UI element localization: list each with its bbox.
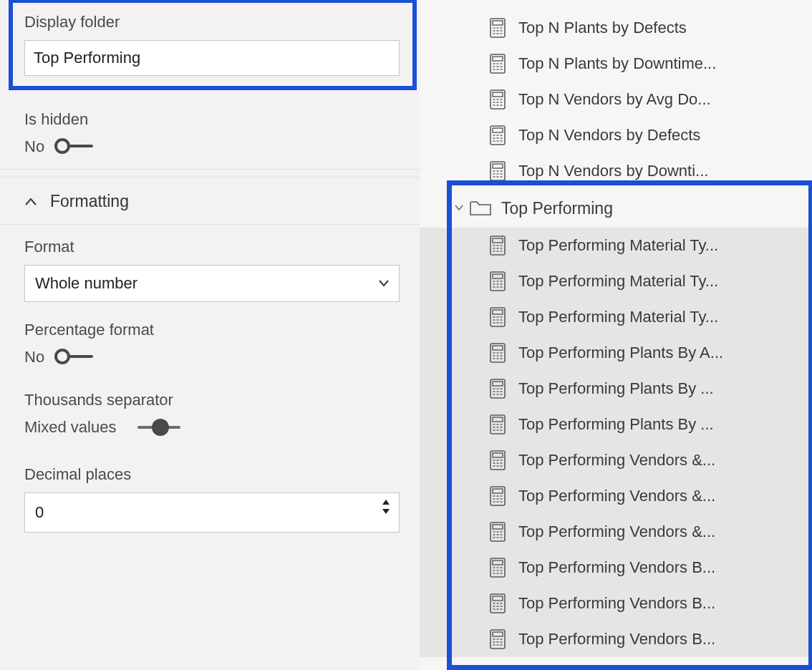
field-item[interactable]: Top Performing Plants By ... [420, 371, 812, 407]
formatting-title: Formatting [50, 192, 129, 211]
field-label: Top N Vendors by Downti... [518, 162, 708, 180]
field-item[interactable]: Top N Plants by Downtime... [420, 46, 812, 82]
field-item[interactable]: Top N Vendors by Defects [420, 117, 812, 153]
field-label: Top Performing Vendors &... [518, 451, 715, 470]
field-label: Top Performing Material Ty... [518, 272, 718, 291]
decimal-places-value: 0 [35, 503, 44, 522]
thousands-separator-group: Thousands separator Mixed values [0, 379, 420, 450]
field-item[interactable]: Top Performing Vendors B... [420, 621, 812, 657]
folder-contents-selected: Top Performing Material Ty... Top Perfor… [420, 228, 812, 657]
field-item[interactable]: Top N Vendors by Downti... [420, 153, 812, 189]
measure-icon [490, 629, 506, 649]
chevron-down-icon [378, 278, 390, 289]
format-select-value: Whole number [35, 274, 137, 293]
measure-icon [490, 54, 506, 74]
chevron-up-icon [24, 195, 37, 208]
field-label: Top N Vendors by Avg Do... [518, 90, 711, 109]
folder-icon [470, 200, 491, 217]
folder-top-performing[interactable]: Top Performing [420, 189, 812, 228]
field-item[interactable]: Top Performing Material Ty... [420, 299, 812, 335]
measure-icon [490, 18, 506, 38]
field-label: Top Performing Vendors B... [518, 594, 715, 613]
display-folder-label: Display folder [24, 13, 400, 31]
display-folder-group: Display folder [0, 0, 420, 89]
measure-icon [490, 271, 506, 291]
measure-icon [490, 486, 506, 506]
is-hidden-label: Is hidden [24, 110, 400, 129]
measure-icon [490, 161, 506, 181]
field-label: Top Performing Plants By ... [518, 415, 714, 434]
decimal-places-label: Decimal places [24, 465, 400, 484]
measure-icon [490, 236, 506, 256]
measure-icon [490, 522, 506, 542]
measure-icon [490, 450, 506, 470]
field-item[interactable]: Top Performing Vendors B... [420, 586, 812, 621]
percentage-format-value-text: No [24, 348, 44, 366]
is-hidden-group: Is hidden No [0, 89, 420, 170]
decimal-places-group: Decimal places 0 [0, 450, 420, 545]
field-item[interactable]: Top N Plants by Defects [420, 10, 812, 46]
field-label: Top Performing Plants By ... [518, 379, 714, 398]
measure-icon [490, 125, 506, 145]
measure-icon [490, 379, 506, 399]
field-label: Top Performing Material Ty... [518, 236, 718, 255]
formatting-section-header[interactable]: Formatting [0, 177, 420, 225]
field-label: Top Performing Vendors B... [518, 630, 715, 649]
fields-pane: Top N Plants by Defects Top N Plants by … [420, 0, 812, 670]
spinner-down-icon[interactable] [382, 509, 390, 514]
field-label: Top N Plants by Defects [518, 19, 687, 37]
is-hidden-value-text: No [24, 137, 44, 156]
field-item[interactable]: Top Performing Material Ty... [420, 263, 812, 299]
thousands-separator-toggle[interactable] [137, 419, 180, 436]
field-label: Top N Plants by Downtime... [518, 54, 716, 73]
field-label: Top Performing Material Ty... [518, 308, 718, 326]
thousands-separator-value-text: Mixed values [24, 418, 116, 437]
field-label: Top Performing Vendors &... [518, 487, 715, 505]
spinner-up-icon[interactable] [382, 500, 390, 505]
measure-icon [490, 343, 506, 363]
is-hidden-toggle[interactable] [54, 138, 97, 155]
measure-icon [490, 558, 506, 578]
percentage-format-label: Percentage format [24, 321, 400, 339]
thousands-separator-label: Thousands separator [24, 391, 400, 409]
field-item[interactable]: Top Performing Vendors &... [420, 442, 812, 478]
measure-icon [490, 307, 506, 327]
field-label: Top Performing Vendors &... [518, 523, 715, 541]
chevron-down-icon [454, 203, 464, 213]
percentage-format-toggle[interactable] [54, 349, 97, 366]
field-label: Top Performing Plants By A... [518, 344, 723, 362]
field-item[interactable]: Top Performing Vendors &... [420, 514, 812, 550]
folder-label: Top Performing [501, 199, 613, 218]
field-label: Top N Vendors by Defects [518, 126, 700, 145]
format-label: Format [24, 238, 400, 256]
measure-icon [490, 414, 506, 434]
field-label: Top Performing Vendors B... [518, 558, 715, 577]
measure-icon [490, 89, 506, 110]
format-select[interactable]: Whole number [24, 265, 400, 302]
format-group: Format Whole number [0, 225, 420, 315]
measure-icon [490, 593, 506, 613]
field-item[interactable]: Top Performing Plants By ... [420, 407, 812, 442]
field-item[interactable]: Top Performing Vendors &... [420, 478, 812, 514]
field-item[interactable]: Top Performing Plants By A... [420, 335, 812, 371]
field-item[interactable]: Top N Vendors by Avg Do... [420, 82, 812, 117]
properties-pane: Display folder Is hidden No Formatting F… [0, 0, 420, 670]
percentage-format-group: Percentage format No [0, 315, 420, 379]
field-item[interactable]: Top Performing Vendors B... [420, 550, 812, 586]
decimal-places-input[interactable]: 0 [24, 492, 400, 533]
field-item[interactable]: Top Performing Material Ty... [420, 228, 812, 263]
display-folder-input[interactable] [24, 40, 400, 76]
